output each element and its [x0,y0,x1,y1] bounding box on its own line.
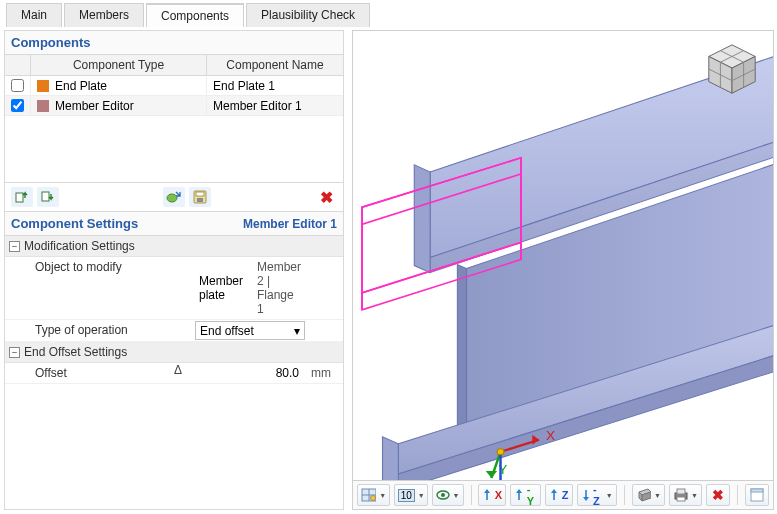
chevron-down-icon: ▼ [654,492,661,499]
svg-point-2 [167,194,177,202]
svg-point-40 [441,493,445,497]
delete-icon: ✖ [320,188,333,207]
import-button[interactable] [163,187,185,207]
tab-components[interactable]: Components [146,3,244,27]
delete-button[interactable]: ✖ [315,187,337,207]
value-object-ref: Member 2 | Flange 1 [253,258,305,318]
svg-rect-53 [677,489,685,494]
label-type-operation: Type of operation [5,320,165,341]
svg-marker-22 [383,437,399,480]
nav-cube[interactable] [703,41,761,99]
table-row[interactable]: End Plate End Plate 1 [5,76,343,96]
visibility-button[interactable]: ▼ [432,484,463,506]
unit-offset: mm [309,363,343,383]
svg-marker-31 [486,471,497,478]
svg-point-38 [371,496,376,501]
settings-title: Component Settings [11,216,138,231]
delta-symbol: Δ [165,363,191,383]
chevron-down-icon: ▼ [418,492,425,499]
settings-body: − Modification Settings Object to modify… [4,236,344,510]
row-type: Member Editor [55,99,134,113]
top-tabs: Main Members Components Plausibility Che… [0,0,777,28]
col-check [5,55,31,75]
save-button[interactable] [189,187,211,207]
numbering-label: 10 [398,489,415,502]
label-offset: Offset [5,363,165,383]
components-toolbar: ✖ [4,183,344,212]
print-button[interactable]: ▼ [669,484,702,506]
view-neg-y-button[interactable]: -Y [510,484,541,506]
row-name: End Plate 1 [207,77,343,95]
chevron-down-icon: ▼ [379,492,386,499]
row-checkbox[interactable] [11,99,24,112]
row-checkbox[interactable] [11,79,24,92]
components-table: Component Type Component Name End Plate … [4,54,344,183]
chevron-down-icon: ▼ [691,492,698,499]
settings-context: Member Editor 1 [243,217,337,231]
render-mode-button[interactable]: ▼ [632,484,665,506]
3d-viewport[interactable]: X Y Z [352,30,774,481]
numbering-button[interactable]: 10 ▼ [394,484,428,506]
row-type: End Plate [55,79,107,93]
col-type: Component Type [31,55,207,75]
type-swatch [37,100,49,112]
move-up-button[interactable] [11,187,33,207]
svg-rect-5 [197,198,203,202]
svg-marker-46 [551,489,557,493]
svg-marker-44 [516,489,522,493]
axis-x-label: X [546,428,556,442]
group-modification: Modification Settings [24,239,135,253]
table-row[interactable]: Member Editor Member Editor 1 [5,96,343,116]
svg-rect-0 [16,193,23,202]
cancel-icon: ✖ [712,487,724,503]
col-name: Component Name [207,55,343,75]
row-name: Member Editor 1 [207,97,343,115]
svg-point-34 [497,449,504,455]
svg-rect-56 [751,489,763,492]
value-offset[interactable]: 80.0 [195,366,305,380]
viewport-toolbar: ▼ 10 ▼ ▼ X -Y [352,481,774,510]
view-x-button[interactable]: X [478,484,506,506]
new-window-button[interactable] [745,484,769,506]
toggle-grid-button[interactable]: ▼ [357,484,390,506]
tab-members[interactable]: Members [64,3,144,27]
value-object[interactable]: Member plate [195,272,247,304]
chevron-down-icon: ▼ [453,492,460,499]
group-expander[interactable]: − [9,241,20,252]
svg-marker-48 [583,497,589,501]
group-end-offset: End Offset Settings [24,345,127,359]
group-expander[interactable]: − [9,347,20,358]
label-object-to-modify: Object to modify [5,257,165,319]
svg-rect-4 [196,192,204,196]
svg-rect-54 [677,497,685,501]
tab-plausibility-check[interactable]: Plausibility Check [246,3,370,27]
components-panel-title: Components [4,30,344,54]
chevron-down-icon: ▾ [294,324,300,338]
svg-marker-42 [484,489,490,493]
svg-marker-17 [414,165,430,273]
view-z-button[interactable]: Z [545,484,572,506]
view-neg-z-button[interactable]: -Z ▼ [577,484,617,506]
move-down-button[interactable] [37,187,59,207]
cancel-button[interactable]: ✖ [706,484,730,506]
type-swatch [37,80,49,92]
svg-rect-1 [42,192,49,201]
chevron-down-icon: ▼ [606,492,613,499]
select-value: End offset [200,324,254,338]
select-type-operation[interactable]: End offset ▾ [195,321,305,340]
tab-main[interactable]: Main [6,3,62,27]
